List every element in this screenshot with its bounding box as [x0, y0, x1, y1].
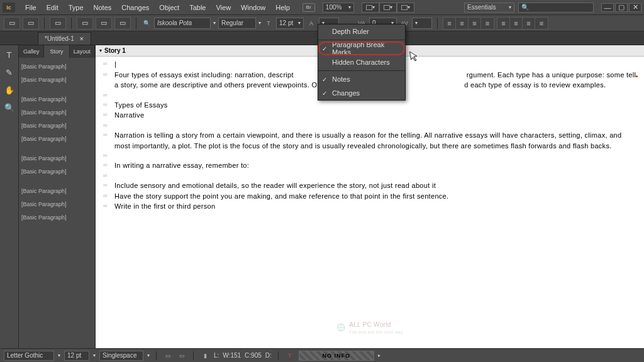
tool-button[interactable]: ▭: [77, 17, 93, 30]
minimize-button[interactable]: —: [601, 3, 614, 12]
close-button[interactable]: ✕: [629, 3, 641, 12]
text-line[interactable]: Types of Essays: [114, 100, 636, 111]
font-style-value: Regular: [221, 19, 243, 26]
close-tab-icon[interactable]: ✕: [79, 36, 84, 42]
dd-paragraph-break-marks[interactable]: Paragraph Break Marks: [318, 41, 405, 55]
tool-button[interactable]: ▭: [114, 17, 131, 30]
para-style-item[interactable]: [Basic Paragraph]: [19, 198, 95, 211]
align-right-button[interactable]: ≡: [469, 18, 481, 29]
document-tab-label: *Untitled-1: [45, 35, 74, 42]
globe-icon: [336, 323, 345, 332]
view-options-dropdown: Depth Ruler Paragraph Break Marks Hidden…: [318, 24, 406, 101]
tracking-input[interactable]: ▾: [412, 18, 432, 29]
tool-button[interactable]: ▭: [96, 17, 112, 30]
menu-view[interactable]: View: [211, 0, 236, 15]
para-style-item[interactable]: [Basic Paragraph]: [19, 165, 95, 178]
zoom-tool[interactable]: 🔍: [3, 101, 16, 114]
menu-changes[interactable]: Changes: [116, 0, 154, 15]
menu-object[interactable]: Object: [154, 0, 184, 15]
note-tool[interactable]: ✎: [3, 65, 16, 79]
maximize-button[interactable]: ▢: [615, 3, 628, 12]
justify-full-button[interactable]: ≡: [535, 18, 548, 29]
justify-right-button[interactable]: ≡: [523, 18, 535, 29]
chevron-down-icon[interactable]: ▾: [213, 20, 216, 26]
status-spacing-value: Singlespace: [103, 352, 136, 359]
menu-window[interactable]: Window: [236, 0, 270, 15]
status-icon[interactable]: ▮: [200, 351, 210, 361]
view-mode-2-button[interactable]: ▾: [379, 3, 397, 13]
para-mark-icon: ═: [103, 160, 111, 171]
tool-button[interactable]: ▭: [50, 17, 66, 30]
dd-changes[interactable]: Changes: [318, 86, 405, 100]
status-spacing-select[interactable]: Singlespace: [99, 351, 143, 361]
para-style-item[interactable]: [Basic Paragraph]: [19, 106, 95, 119]
hand-tool[interactable]: ✋: [3, 83, 16, 97]
align-left-button[interactable]: ≡: [443, 18, 456, 29]
paragraph-style-list: [Basic Paragraph] [Basic Paragraph] [Bas…: [19, 58, 95, 348]
text-line[interactable]: Have the story support the point you are…: [114, 191, 636, 202]
menu-file[interactable]: File: [20, 0, 42, 15]
zoom-select[interactable]: 100%▾: [323, 3, 354, 13]
font-family-value: Iskoola Pota: [157, 19, 192, 26]
divider: [44, 18, 45, 29]
tab-galley[interactable]: Galley: [19, 45, 44, 58]
font-style-select[interactable]: Regular: [218, 18, 256, 29]
status-icon[interactable]: ▭: [177, 351, 187, 361]
menu-table[interactable]: Table: [184, 0, 211, 15]
chevron-right-icon[interactable]: ▸: [378, 353, 380, 358]
story-title: Story 1: [104, 47, 126, 54]
text-line[interactable]: Narrative: [114, 110, 636, 121]
collapse-icon[interactable]: ▾: [99, 48, 102, 53]
search-input[interactable]: 🔍: [518, 3, 594, 13]
app-badge: Ic: [3, 3, 15, 13]
menu-help[interactable]: Help: [270, 0, 295, 15]
para-style-item[interactable]: [Basic Paragraph]: [19, 133, 95, 146]
align-justify-button[interactable]: ≡: [481, 18, 494, 29]
view-mode-3-button[interactable]: ▾: [397, 3, 414, 13]
type-tool[interactable]: T: [3, 48, 16, 62]
para-style-item[interactable]: [Basic Paragraph]: [19, 211, 95, 224]
view-mode-1-button[interactable]: ▾: [362, 3, 379, 13]
dd-depth-ruler[interactable]: Depth Ruler: [318, 25, 405, 38]
para-style-item[interactable]: [Basic Paragraph]: [19, 93, 95, 106]
workspace-select[interactable]: Essentials▾: [464, 3, 514, 13]
para-style-item[interactable]: [Basic Paragraph]: [19, 119, 95, 133]
chevron-down-icon[interactable]: ▾: [258, 20, 261, 26]
align-center-button[interactable]: ≡: [456, 18, 469, 29]
dd-hidden-characters[interactable]: Hidden Characters: [318, 55, 405, 69]
font-size-icon: T: [264, 18, 274, 28]
justify-left-button[interactable]: ≡: [497, 18, 510, 29]
tool-button[interactable]: ▭: [4, 17, 20, 30]
menu-type[interactable]: Type: [64, 0, 89, 15]
tab-layout[interactable]: Layout: [70, 45, 95, 58]
align-group: ≡ ≡ ≡ ≡: [443, 17, 494, 30]
tool-button[interactable]: ▭: [23, 17, 39, 30]
status-icon[interactable]: T: [285, 351, 295, 361]
status-size-select[interactable]: 12 pt: [64, 351, 89, 361]
menu-edit[interactable]: Edit: [42, 0, 64, 15]
divider: [71, 18, 72, 29]
char-counter: C:905: [245, 352, 262, 359]
document-tab[interactable]: *Untitled-1 ✕: [38, 32, 91, 45]
overset-indicator-icon: [636, 75, 638, 77]
bridge-icon[interactable]: Br: [303, 3, 315, 12]
menu-notes[interactable]: Notes: [89, 0, 117, 15]
text-line[interactable]: In writing a narrative essay, remember t…: [114, 160, 636, 171]
leading-icon: A: [306, 18, 316, 28]
status-font-select[interactable]: Letter Gothic: [4, 351, 54, 361]
para-style-item[interactable]: [Basic Paragraph]: [19, 60, 95, 74]
divider: [437, 18, 438, 29]
font-size-input[interactable]: 12 pt▾: [276, 18, 304, 29]
dd-notes[interactable]: Notes: [318, 72, 405, 86]
text-line[interactable]: Include sensory and emotional details, s…: [114, 180, 636, 191]
tab-story[interactable]: Story: [44, 45, 69, 58]
para-style-item[interactable]: [Basic Paragraph]: [19, 74, 95, 87]
para-style-item[interactable]: [Basic Paragraph]: [19, 185, 95, 198]
status-icon[interactable]: ▭: [163, 351, 173, 361]
para-style-item[interactable]: [Basic Paragraph]: [19, 152, 95, 165]
justify-center-button[interactable]: ≡: [510, 18, 523, 29]
status-font-value: Letter Gothic: [7, 352, 43, 359]
text-line[interactable]: Narration is telling a story from a cert…: [114, 130, 636, 151]
font-family-select[interactable]: Iskoola Pota: [154, 18, 211, 29]
text-line[interactable]: Write in the first or third person: [114, 201, 636, 212]
